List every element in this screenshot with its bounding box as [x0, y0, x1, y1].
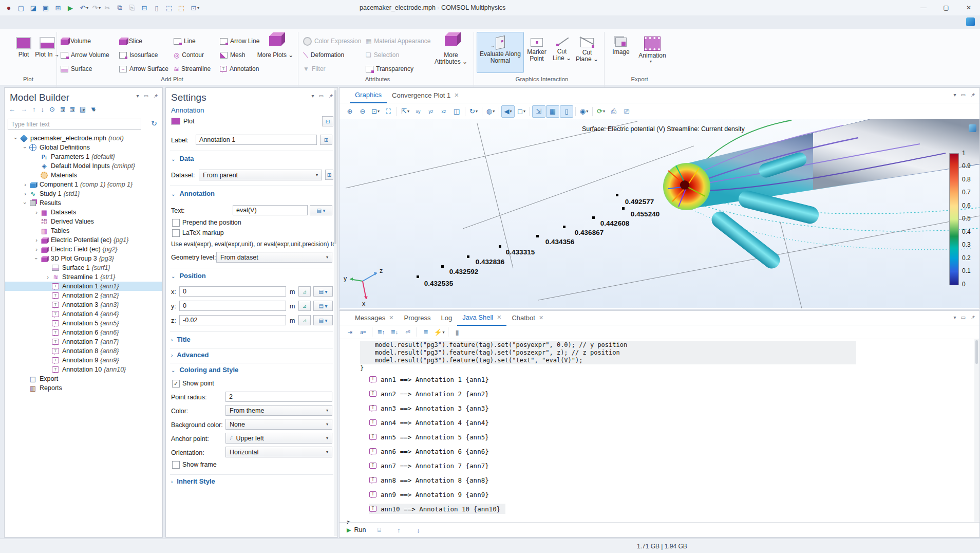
arrow-line-button[interactable]: Arrow Line [220, 35, 259, 47]
panel-menu-icon[interactable]: ▾ [954, 315, 956, 320]
section-inherit-style[interactable]: ›Inherit Style [171, 477, 215, 485]
view-settings-icon[interactable] [969, 124, 976, 132]
tree-item-surface-1[interactable]: ›Surface 1{surf1} [5, 263, 162, 272]
scroll-top-icon[interactable]: ≣↑ [375, 326, 387, 338]
tree-item-annotation-8[interactable]: ›TAnnotation 8{ann8} [5, 346, 162, 356]
text-input[interactable]: eval(V) [233, 205, 308, 215]
surface-button[interactable]: Surface [61, 63, 92, 75]
shell-scrollbar[interactable] [974, 339, 979, 522]
history-icon[interactable]: ≣ [420, 326, 432, 338]
pin-panel-icon[interactable]: 📌︎ [153, 93, 158, 99]
environment-icon[interactable]: ◉▾ [578, 106, 590, 117]
deformation-button[interactable]: ⟍Deformation [303, 49, 344, 61]
tree-item-3d-plot-group-3[interactable]: ›3D Plot Group 3{pg3} [5, 254, 162, 263]
tree-item-annotation-9[interactable]: ›TAnnotation 9{ann9} [5, 356, 162, 365]
command-input-icon[interactable]: ⌸ [373, 524, 385, 536]
transparency-button[interactable]: Transparency [366, 63, 413, 75]
plot-canvas[interactable]: Surface: Electric potential (V) Streamli… [340, 119, 979, 308]
float-panel-icon[interactable]: ▭ [144, 93, 148, 99]
plot-options-icon[interactable]: ⊡ [322, 116, 333, 126]
update-plot-icon[interactable]: ⟳▾ [595, 106, 607, 117]
y-range-icon[interactable]: ⊿ [298, 301, 311, 311]
geometry-level-select[interactable]: From dataset▾ [216, 252, 332, 263]
tab-log[interactable]: Log [436, 310, 458, 325]
background-color-select[interactable]: None▾ [225, 419, 332, 430]
show-point-checkbox[interactable]: ✓ [172, 380, 180, 388]
tab-progress[interactable]: Progress [399, 310, 436, 325]
tree-item-electric-field[interactable]: ›Electric Field (ec){pg2} [5, 245, 162, 254]
new-file-icon[interactable]: ▢ [15, 2, 27, 13]
cut-line-button[interactable]: Cut Line ⌄ [551, 32, 573, 74]
more-plots-button[interactable]: More Plots ⌄ [256, 32, 295, 74]
tab-convergence-plot[interactable]: Convergence Plot 1✕ [387, 88, 464, 103]
tree-item-study-1[interactable]: ›∿Study 1{std1} [5, 189, 162, 198]
dataset-select[interactable]: From parent▾ [199, 170, 322, 180]
tree-item-annotation-5[interactable]: ›TAnnotation 5{ann5} [5, 319, 162, 328]
mesh-button[interactable]: Mesh [220, 49, 245, 61]
section-position[interactable]: ⌄Position [171, 272, 206, 280]
settings-scrollbar[interactable] [334, 88, 337, 536]
evaluate-along-normal-button[interactable]: → Evaluate Along Normal [477, 32, 524, 73]
x-unit-icon[interactable]: ▤ ▾ [313, 286, 333, 297]
collapse-all-icon[interactable]: ≣▾ [60, 105, 65, 113]
pin-panel-icon[interactable]: 📌︎ [328, 93, 333, 99]
tree-item-tables[interactable]: ›▦Tables [5, 226, 162, 235]
pin-panel-icon[interactable]: 📌︎ [970, 315, 975, 320]
move-down-icon[interactable]: ↓ [41, 105, 45, 113]
z-unit-icon[interactable]: ▤ ▾ [313, 315, 333, 325]
previous-command-icon[interactable]: ↑ [392, 524, 405, 536]
slice-button[interactable]: Slice [119, 35, 142, 47]
selection-button[interactable]: ❏Selection [366, 49, 399, 61]
close-tab-icon[interactable]: ✕ [389, 315, 393, 321]
tree-item-results[interactable]: ›Results [5, 198, 162, 208]
tree-item-parameters[interactable]: ›P¡Parameters 1{default} [5, 152, 162, 161]
material-appearance-button[interactable]: ▦Material Appearance [366, 35, 430, 47]
tree-item-root[interactable]: ›pacemaker_electrode.mph(root) [5, 134, 162, 143]
float-panel-icon[interactable]: ▭ [319, 93, 324, 99]
zoom-out-icon[interactable]: ⊖ [356, 106, 369, 117]
refresh-icon[interactable]: ↻ [151, 119, 157, 127]
arrow-surface-button[interactable]: →Arrow Surface [119, 63, 168, 75]
prepend-checkbox[interactable] [172, 219, 180, 227]
settings-plot-button[interactable]: Plot [171, 118, 195, 125]
filter-button[interactable]: ▼Filter [303, 63, 326, 75]
maximize-button[interactable]: ▢ [935, 0, 957, 15]
isosurface-button[interactable]: Isosurface [119, 49, 158, 61]
volume-button[interactable]: Volume [61, 35, 91, 47]
assignments-icon[interactable]: a= [357, 326, 369, 338]
tree-item-component-1[interactable]: ›Component 1(comp 1) {comp 1} [5, 180, 162, 189]
panel-menu-icon[interactable]: ▾ [137, 93, 139, 99]
filter-tree-icon[interactable]: ▼▾ [90, 105, 96, 113]
show-icon[interactable]: ⊙ [49, 105, 55, 113]
zoom-box-icon[interactable]: ⊡▾ [369, 106, 382, 117]
x-range-icon[interactable]: ⊿ [298, 286, 311, 297]
tree-item-annotation-6[interactable]: ›TAnnotation 6{ann6} [5, 328, 162, 337]
tree-filter-input[interactable]: Type filter text [8, 119, 141, 130]
delete-icon[interactable]: ▯ [151, 2, 162, 13]
tab-graphics[interactable]: Graphics [350, 87, 387, 103]
close-tab-icon[interactable]: ✕ [454, 92, 459, 99]
tree-item-electric-potential[interactable]: ›Electric Potential (ec){pg1} [5, 235, 162, 245]
go-to-view-icon[interactable]: ⇱▾ [399, 106, 411, 117]
save-icon[interactable]: ▣ [40, 2, 51, 13]
x-input[interactable]: 0 [179, 286, 286, 297]
evaluate-direction-icon[interactable]: ◀▾ [501, 105, 515, 118]
pin-panel-icon[interactable]: 📌︎ [970, 92, 975, 98]
tree-item-default-model-inputs[interactable]: ›◈Default Model Inputs{cminpt} [5, 161, 162, 171]
line-button[interactable]: Line [174, 35, 196, 47]
deselect-icon[interactable]: ⬚ [176, 2, 187, 13]
duplicate-icon[interactable]: ⊟ [139, 2, 150, 13]
scroll-bottom-icon[interactable]: ≣↓ [388, 326, 401, 338]
tree-item-annotation-10[interactable]: ›TAnnotation 10{ann10} [5, 365, 162, 374]
tree-item-annotation-4[interactable]: ›TAnnotation 4{ann4} [5, 309, 162, 319]
y-input[interactable]: 0 [179, 301, 286, 311]
y-unit-icon[interactable]: ▤ ▾ [313, 301, 333, 311]
expand-all-icon[interactable]: ≣▾ [70, 105, 74, 113]
view-xz-icon[interactable]: xz [438, 106, 450, 117]
contour-button[interactable]: ◎Contour [174, 49, 204, 61]
animation-dropdown-icon[interactable]: ▾ [650, 59, 652, 64]
assistant-icon[interactable] [966, 17, 975, 26]
perspective-icon[interactable]: ◫ [450, 106, 463, 117]
tree-item-streamline-1[interactable]: ›≋Streamline 1{str1} [5, 272, 162, 282]
tab-chatbot[interactable]: Chatbot✕ [506, 310, 549, 325]
